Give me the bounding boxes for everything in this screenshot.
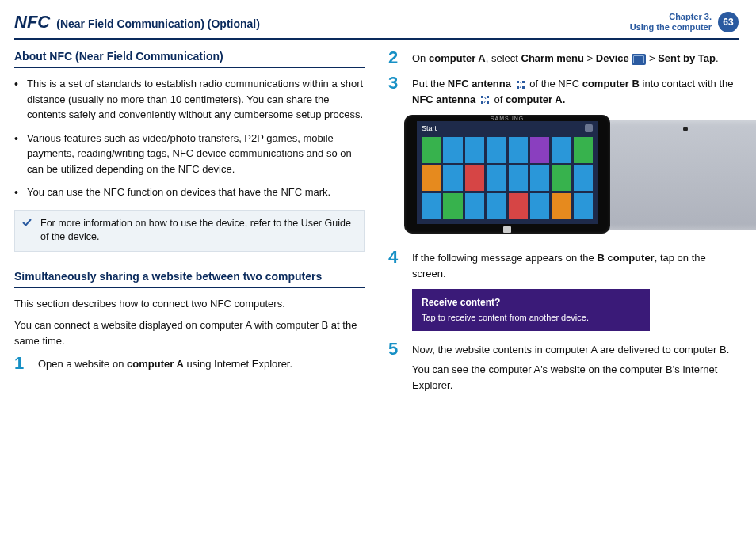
tile: [465, 137, 484, 163]
info-note: For more information on how to use the d…: [14, 210, 365, 252]
tile: [552, 137, 571, 163]
sharing-intro-1: This section describes how to connect tw…: [14, 296, 365, 312]
right-column: 2 On computer A, select Charm menu > Dev…: [388, 49, 739, 401]
step-4: 4 If the following message appears on th…: [388, 249, 739, 281]
tile: [574, 165, 593, 192]
nfc-icon: [479, 93, 491, 106]
toast-title: Receive content?: [422, 295, 640, 310]
windows-button-icon: [503, 226, 511, 233]
s2b4: Sent by Tap: [658, 52, 716, 64]
tablet-back: [602, 120, 756, 230]
tile: [443, 165, 462, 192]
s3b1: NFC antenna: [448, 78, 511, 89]
chapter-label: Chapter 3. Using the computer: [630, 12, 712, 32]
about-bullet-1: This is a set of standards to establish …: [14, 76, 365, 123]
header-right: Chapter 3. Using the computer 63: [630, 12, 739, 32]
step-5-text: Now, the website contents in computer A …: [412, 340, 739, 393]
s3b2: computer B: [582, 78, 640, 89]
s2b3: Device: [596, 52, 629, 64]
tile: [465, 165, 484, 192]
step-number-2: 2: [388, 49, 404, 67]
s3t1: Put the: [412, 78, 448, 89]
s2t1: On: [412, 52, 429, 64]
step-number-4: 4: [388, 249, 404, 281]
tablet-front: SAMSUNG Start: [404, 115, 610, 234]
start-tiles: [422, 137, 593, 219]
step-1: 1 Open a website on computer A using Int…: [14, 355, 365, 372]
toast-body: Tap to receive content from another devi…: [422, 311, 640, 325]
step-3-text: Put the NFC antenna of the NFC computer …: [412, 74, 739, 107]
s2gt1: >: [584, 52, 596, 64]
s3t2: of the NFC: [529, 78, 582, 89]
step5-p2: You can see the computer A's website on …: [412, 362, 739, 393]
s4t1: If the following message appears on the: [412, 252, 597, 264]
step-2-text: On computer A, select Charm menu > Devic…: [412, 49, 719, 67]
tablet-brand: SAMSUNG: [491, 116, 524, 121]
s3b3: NFC antenna: [412, 93, 475, 105]
step-number-3: 3: [388, 74, 404, 107]
info-note-text: For more information on how to use the d…: [40, 218, 351, 243]
tile: [443, 193, 462, 219]
camera-dot: [683, 127, 688, 131]
step1-b1: computer A: [127, 358, 184, 370]
s3b4: computer A.: [506, 93, 565, 105]
s3t3: into contact with the: [640, 78, 734, 89]
header-left: NFC (Near Field Communication) (Optional…: [14, 12, 260, 32]
step-3: 3 Put the NFC antenna of the NFC compute…: [388, 74, 739, 107]
tile: [509, 193, 528, 219]
receive-content-toast: Receive content? Tap to receive content …: [412, 289, 650, 331]
tile: [487, 193, 506, 219]
sharing-intro-2: You can connect a website displayed on c…: [14, 317, 365, 348]
s2b2: Charm menu: [521, 52, 584, 64]
s3t4: of: [494, 93, 505, 105]
tile: [487, 165, 506, 192]
step1-t1: Open a website on: [38, 358, 127, 370]
heading-about-nfc: About NFC (Near Field Communication): [14, 49, 365, 68]
tile: [422, 165, 441, 192]
step-4-text: If the following message appears on the …: [412, 249, 739, 281]
step-number-5: 5: [388, 340, 404, 393]
s2b1: computer A: [429, 52, 486, 64]
s2t2: , select: [486, 52, 521, 64]
page-number-badge: 63: [718, 12, 739, 32]
page-subtitle: (Near Field Communication) (Optional): [56, 17, 260, 30]
chapter-line2: Using the computer: [630, 22, 712, 32]
tile: [530, 137, 549, 163]
tile: [530, 193, 549, 219]
step-2: 2 On computer A, select Charm menu > Dev…: [388, 49, 739, 67]
start-label: Start: [422, 124, 437, 132]
tile: [509, 137, 528, 163]
tile: [422, 193, 441, 219]
tile: [574, 137, 593, 163]
s2dot: .: [716, 52, 719, 64]
tile: [509, 165, 528, 192]
tile: [465, 193, 484, 219]
about-list: This is a set of standards to establish …: [14, 76, 365, 200]
check-icon: [21, 217, 32, 233]
device-icon: [632, 54, 646, 65]
about-bullet-2: Various features such as video/photo tra…: [14, 131, 365, 177]
tile: [443, 137, 462, 163]
tablet-screen: Start: [417, 121, 598, 224]
nfc-icon: [514, 78, 527, 91]
about-bullet-3: You can use the NFC function on devices …: [14, 184, 365, 200]
tile: [552, 193, 571, 219]
page-header: NFC (Near Field Communication) (Optional…: [14, 8, 739, 36]
content-columns: About NFC (Near Field Communication) Thi…: [14, 49, 739, 401]
tile: [574, 193, 593, 219]
s4b1: B computer: [597, 252, 654, 264]
header-divider: [14, 38, 739, 40]
page-title: NFC: [14, 12, 50, 32]
tile: [530, 165, 549, 192]
chapter-line1: Chapter 3.: [630, 12, 712, 22]
heading-sharing: Simultaneously sharing a website between…: [14, 269, 365, 288]
step1-t2: using Internet Explorer.: [184, 358, 292, 370]
step5-p1: Now, the website contents in computer A …: [412, 342, 739, 358]
step-number-1: 1: [14, 355, 30, 372]
step-1-text: Open a website on computer A using Inter…: [38, 355, 292, 372]
tile: [552, 165, 571, 192]
s2gt2: >: [646, 52, 658, 64]
left-column: About NFC (Near Field Communication) Thi…: [14, 49, 365, 401]
user-avatar-icon: [585, 124, 593, 132]
step-5: 5 Now, the website contents in computer …: [388, 340, 739, 393]
